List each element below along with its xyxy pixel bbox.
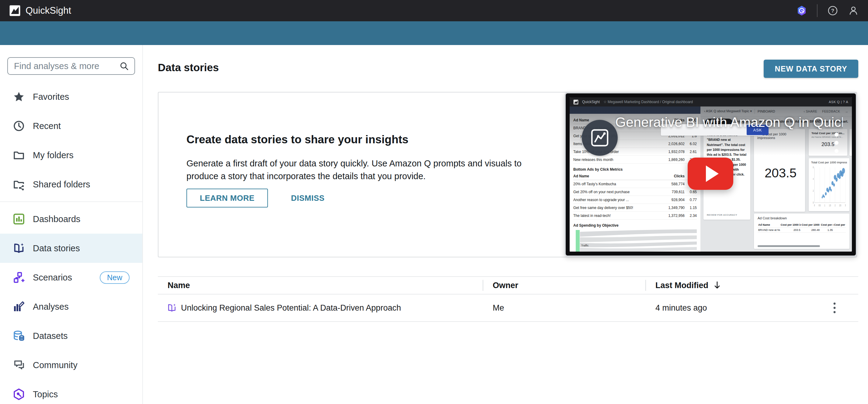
qbar-pinboard: PINBOARD <box>757 110 775 113</box>
cost-table-header-cell: Cost per pa <box>833 222 846 227</box>
video-left-panel-header <box>570 106 701 114</box>
column-name: Name <box>167 281 190 290</box>
sidebar-item-favorites[interactable]: Favorites <box>0 82 142 111</box>
svg-text:1: 1 <box>825 204 826 207</box>
dismiss-button[interactable]: DISMISS <box>291 193 324 203</box>
svg-text:1.5: 1.5 <box>829 204 831 207</box>
data-stories-list: Name Owner Last Modified Unlocking Regio… <box>158 276 858 322</box>
svg-text:Traffic: Traffic <box>581 244 589 247</box>
data-stories-icon <box>13 242 25 254</box>
svg-text:0: 0 <box>813 201 814 204</box>
sidebar-item-label: Scenarios <box>33 273 72 283</box>
sidebar-item-shared-folders[interactable]: Shared folders <box>0 170 142 199</box>
mini-scrollbar <box>757 245 820 247</box>
qbar-separator <box>754 109 755 114</box>
clock-icon <box>13 120 25 132</box>
sidebar-item-label: Favorites <box>33 92 69 102</box>
quicksight-logo-icon <box>9 5 21 17</box>
mini-table-row: Get free same day delivery over $50! 1,3… <box>573 204 697 212</box>
ad-cost-breakdown-panel: Ad Cost breakdown Ad Name Cost per 1000 … <box>754 214 849 249</box>
mini-brand: QuickSight <box>582 100 600 104</box>
kpi-card: Total Cost per 1000 im... Ad Name BRAND … <box>809 129 847 156</box>
new-data-story-button[interactable]: NEW DATA STORY <box>764 60 858 78</box>
sidebar-item-dashboards[interactable]: Dashboards <box>0 205 142 234</box>
video-title: Generative BI with Amazon Q in QuickSigh… <box>615 114 843 130</box>
quicksight-brand[interactable]: QuickSight <box>9 5 71 17</box>
video-kebab-icon <box>835 133 838 153</box>
sidebar-item-datasets[interactable]: Datasets <box>0 321 142 350</box>
sankey-chart: Traffic Brand awareness <box>573 229 697 252</box>
page-title: Data stories <box>158 61 219 73</box>
quicksight-app: QuickSight ? <box>0 0 868 404</box>
topbar-divider <box>817 4 817 17</box>
video-brand-badge <box>582 120 618 156</box>
play-button[interactable] <box>688 158 733 190</box>
qbar-feedback: FEEDBACK <box>822 110 840 113</box>
data-story-row[interactable]: Unlocking Regional Sales Potential: A Da… <box>158 294 858 322</box>
cost-table-header-cell: Cost per cli... <box>820 222 833 227</box>
analyses-icon <box>13 301 25 313</box>
banner-heading: Create data stories to share your insigh… <box>186 133 408 146</box>
play-triangle-icon <box>706 165 719 182</box>
cost-table-title: Ad Cost breakdown <box>757 216 846 220</box>
sidebar-search <box>7 57 135 75</box>
sidebar-item-community[interactable]: Community <box>0 350 142 380</box>
cost-table: Ad Name Cost per 1000 impressi... Cost p… <box>757 222 846 233</box>
sidebar-item-data-stories[interactable]: Data stories <box>0 234 142 263</box>
svg-text:0.5: 0.5 <box>819 204 820 207</box>
sidebar-item-label: Datasets <box>33 331 67 341</box>
secondary-bar <box>0 21 868 45</box>
svg-text:3: 3 <box>845 204 846 207</box>
banner-body: Generate a first draft of your data stor… <box>186 157 548 183</box>
sidebar-item-scenarios[interactable]: Scenarios New <box>0 263 142 292</box>
sidebar-nav: Favorites Recent My folders <box>0 82 142 404</box>
qbar-right: ‹ SHARE FEEDBACK → <box>804 110 848 113</box>
sidebar-item-label: Shared folders <box>33 180 90 189</box>
svg-text:4: 4 <box>813 178 814 180</box>
learn-more-button[interactable]: LEARN MORE <box>186 189 268 208</box>
list-header: Name Owner Last Modified <box>158 276 858 294</box>
brand-label: QuickSight <box>26 5 71 16</box>
column-last-modified[interactable]: Last Modified <box>655 281 721 290</box>
sidebar-item-recent[interactable]: Recent <box>0 111 142 141</box>
datasets-icon <box>13 330 25 342</box>
sidebar-divider <box>0 201 142 202</box>
svg-text:2: 2 <box>835 204 835 207</box>
topbar-actions: ? <box>796 4 859 17</box>
promo-video-thumbnail[interactable]: QuickSight ☆ Megawell Marketing Dashboar… <box>564 92 857 257</box>
video-screen-topbar: QuickSight ☆ Megawell Marketing Dashboar… <box>570 97 852 106</box>
row-actions-kebab-icon[interactable] <box>829 301 841 315</box>
svg-text:6: 6 <box>813 166 814 168</box>
big-metric-panel: Total Cost per 1000 impressions 203.5 <box>754 129 805 212</box>
mini-table-row: 20% off Tasty's Kombucha 588,774 0.52 <box>573 180 697 188</box>
data-story-icon <box>167 303 177 313</box>
column-divider <box>645 280 646 291</box>
search-icon[interactable] <box>119 61 129 71</box>
topics-icon <box>13 388 25 400</box>
mini-topbar-right: ASK Q | ? A <box>829 100 848 104</box>
sidebar-item-label: Dashboards <box>33 214 80 224</box>
user-icon[interactable] <box>848 5 859 16</box>
kpi-card: Unique number of Ad ... Ad Name BRAND ne… <box>849 129 852 156</box>
sidebar-item-analyses[interactable]: Analyses <box>0 292 142 321</box>
big-metric-value: 203.5 <box>765 166 802 180</box>
sidebar-item-topics[interactable]: Topics <box>0 380 142 404</box>
svg-text:0: 0 <box>814 204 815 207</box>
sidebar-item-my-folders[interactable]: My folders <box>0 141 142 170</box>
svg-text:2: 2 <box>813 189 814 192</box>
story-owner: Me <box>493 303 504 313</box>
star-icon <box>13 91 25 103</box>
top-app-bar: QuickSight ? <box>0 0 868 21</box>
story-name[interactable]: Unlocking Regional Sales Potential: A Da… <box>181 303 401 313</box>
help-icon[interactable]: ? <box>827 5 838 16</box>
column-owner: Owner <box>493 281 518 290</box>
cost-table-header-cell: Cost per 1000 impressi... <box>780 222 801 227</box>
banner-actions: LEARN MORE DISMISS <box>186 189 324 208</box>
cost-table-header-cell: Cost per 1000 reach... <box>801 222 820 227</box>
scatter-title: Total Cost per 1000 impressions, total C… <box>811 161 847 164</box>
bottom-ads-title: Bottom Ads by Click Metrics <box>573 167 697 172</box>
mini-breadcrumb: ☆ Megawell Marketing Dashboard / Origina… <box>603 100 693 104</box>
search-input[interactable] <box>13 61 119 71</box>
cost-table-header-cell: Ad Name <box>757 222 780 227</box>
amazon-q-icon[interactable] <box>796 5 807 16</box>
